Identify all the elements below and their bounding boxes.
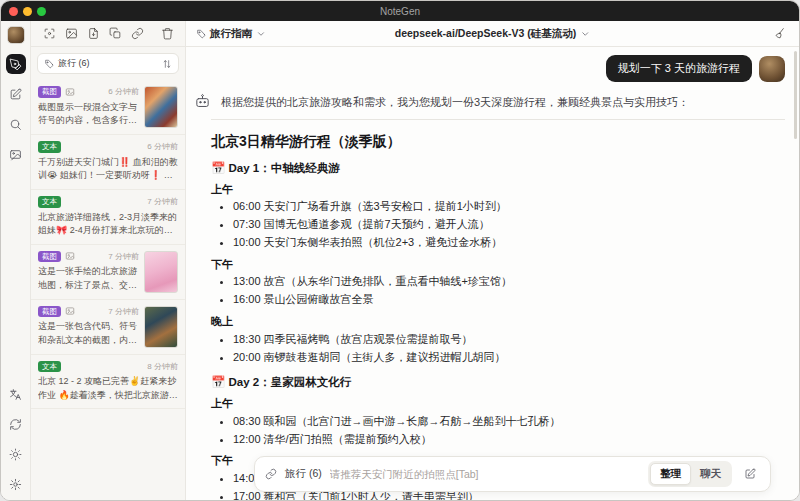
theme-toggle-button[interactable] [6,444,26,464]
list-item[interactable]: 截图7 分钟前这是一张手绘的北京旅游地图，标注了景点、交通方式和门票价格，如天安… [31,245,185,300]
note-thumbnail [144,306,178,348]
note-thumbnail [144,86,178,128]
note-type-badge: 截图 [38,306,61,318]
list-item[interactable]: 文本7 分钟前北京旅游详细路线，2-3月淡季来的姐妹🎀 2-4月份打算来北京玩的… [31,190,185,245]
time-of-day-label: 晚上 [211,314,785,329]
note-type-badge: 截图 [38,251,61,263]
itinerary-item: 10:00 天安门东侧华表拍照（机位2+3，避免过金水桥） [233,235,785,251]
toolbar: 旅行指南 deepseek-ai/DeepSeek-V3 (硅基流动) [31,21,799,47]
note-excerpt: 截图显示一段混合文字与符号的内容，包含多行无序排列的字母、数字和符... [38,101,139,128]
chat-input[interactable] [330,468,640,480]
note-timestamp: 7 分钟前 [108,306,139,317]
copy-clipboard-button[interactable] [105,24,125,44]
gallery-button[interactable] [6,144,26,164]
sync-button[interactable] [6,414,26,434]
screenshot-icon [43,27,56,40]
note-toolbar [31,21,186,46]
insert-link-button[interactable] [127,24,147,44]
settings-button[interactable] [6,474,26,494]
record-mode-button[interactable] [6,54,26,74]
itinerary-item: 13:00 故宫（从东华门进免排队，重点看中轴线+珍宝馆） [233,274,785,290]
notes-sidebar: 旅行 (6) 截图6 分钟前截图显示一段混合文字与符号的内容，包含多行无序排列的… [31,47,186,500]
organize-mode-button[interactable]: 整理 [650,463,691,485]
note-type-badge: 截图 [38,86,61,98]
itinerary-list: 13:00 故宫（从东华门进免排队，重点看中轴线+珍宝馆）16:00 景山公园俯… [211,274,785,308]
screenshot-capture-button[interactable] [39,24,59,44]
mode-segmented-control: 整理 聊天 [648,461,732,487]
link-icon [131,27,144,40]
note-timestamp: 7 分钟前 [147,196,178,207]
note-tag-dropdown[interactable]: 旅行指南 [196,27,266,41]
assistant-intro-text: 根据您提供的北京旅游攻略和需求，我为您规划一份3天深度游行程，兼顾经典景点与实用… [221,92,689,111]
link-icon [265,468,277,480]
chat-composer: 旅行 (6) 整理 聊天 [254,456,771,492]
itinerary-item: 20:00 南锣鼓巷逛胡同（主街人多，建议拐进帽儿胡同） [233,350,785,366]
chevron-down-icon [256,29,266,39]
itinerary-item: 16:00 景山公园俯瞰故宫全景 [233,292,785,308]
note-timestamp: 7 分钟前 [108,251,139,262]
chat-toolbar: 旅行指南 deepseek-ai/DeepSeek-V3 (硅基流动) [186,21,799,46]
day-heading: 📅 Day 2：皇家园林文化行 [211,375,785,390]
itinerary-document: 北京3日精华游行程（淡季版） 📅 Day 1：中轴线经典游上午06:00 天安门… [211,119,785,501]
itinerary-item: 07:30 国博无包通道参观（提前7天预约，避开人流） [233,217,785,233]
translate-button[interactable] [6,384,26,404]
divider [211,119,785,120]
copy-icon [109,27,122,40]
user-avatar[interactable] [759,56,785,82]
note-timestamp: 6 分钟前 [108,86,139,97]
broom-icon [773,27,786,40]
itinerary-list: 06:00 天安门广场看升旗（选3号安检口，提前1小时到）07:30 国博无包通… [211,199,785,251]
note-type-badge: 文本 [38,141,61,153]
gallery-icon [9,148,22,161]
image-mini-icon [65,306,75,316]
scrollbar-thumb[interactable] [794,51,797,139]
composer-tag-label: 旅行 (6) [285,467,322,481]
bot-icon [194,93,211,110]
sort-icon[interactable] [162,59,172,69]
write-mode-button[interactable] [6,84,26,104]
itinerary-list: 08:30 颐和园（北宫门进→画中游→长廊→石舫→坐船到十七孔桥）12:00 清… [211,414,785,448]
search-button[interactable] [6,114,26,134]
window-titlebar: NoteGen [1,1,799,21]
compose-icon [744,468,756,480]
note-excerpt: 北京旅游详细路线，2-3月淡季来的姐妹🎀 2-4月份打算来北京玩的宝子 不用再翻… [38,211,178,238]
note-type-badge: 文本 [38,361,61,373]
itinerary-item: 18:30 四季民福烤鸭（故宫店观景位需提前取号） [233,332,785,348]
note-excerpt: 这是一张手绘的北京旅游地图，标注了景点、交通方式和门票价格，如天安... [38,265,139,292]
new-chat-button[interactable] [740,464,760,484]
delete-note-button[interactable] [157,24,177,44]
note-excerpt: 千万别进天安门城门‼️ 血和泪的教训😭 姐妹们！一定要听劝呀❗ 除非是预约了参观… [38,156,178,183]
assistant-message-row: 根据您提供的北京旅游攻略和需求，我为您规划一份3天深度游行程，兼顾经典景点与实用… [194,92,785,111]
model-selector[interactable]: deepseek-ai/DeepSeek-V3 (硅基流动) [395,27,590,41]
clear-chat-button[interactable] [769,24,789,44]
window-title: NoteGen [1,6,799,17]
list-item[interactable]: 文本6 分钟前千万别进天安门城门‼️ 血和泪的教训😭 姐妹们！一定要听劝呀❗ 除… [31,135,185,190]
left-rail [1,21,31,500]
image-icon [65,27,78,40]
compose-icon [9,88,22,101]
insert-file-button[interactable] [83,24,103,44]
image-mini-icon [65,87,75,97]
list-item[interactable]: 截图6 分钟前截图显示一段混合文字与符号的内容，包含多行无序排列的字母、数字和符… [31,80,185,135]
note-thumbnail [144,251,178,293]
insert-image-button[interactable] [61,24,81,44]
tag-icon [44,59,54,69]
gear-icon [9,478,22,491]
image-mini-icon [65,251,75,261]
note-list: 截图6 分钟前截图显示一段混合文字与符号的内容，包含多行无序排列的字母、数字和符… [31,80,185,500]
user-message-row: 规划一下 3 天的旅游行程 [194,55,785,82]
document-sections: 📅 Day 1：中轴线经典游上午06:00 天安门广场看升旗（选3号安检口，提前… [211,161,785,501]
note-timestamp: 6 分钟前 [147,141,178,152]
itinerary-item: 08:30 颐和园（北宫门进→画中游→长廊→石舫→坐船到十七孔桥） [233,414,785,430]
list-item[interactable]: 文本8 分钟前北京 12 - 2 攻略已完善✌️赶紧来抄作业 🔥趁着淡季，快把北… [31,355,185,410]
itinerary-item: 12:00 清华/西门拍照（需提前预约入校） [233,432,785,448]
sun-icon [9,448,22,461]
list-item[interactable]: 截图7 分钟前这是一张包含代码、符号和杂乱文本的截图，内容难以辨识，似乎涉及技术… [31,300,185,355]
translate-icon [9,388,22,401]
tag-filter-dropdown[interactable]: 旅行 (6) [37,53,179,74]
note-excerpt: 这是一张包含代码、符号和杂乱文本的截图，内容难以辨识，似乎涉及技术... [38,320,139,347]
file-icon [87,27,100,40]
user-avatar[interactable] [7,26,25,44]
chat-mode-button[interactable]: 聊天 [691,463,730,485]
time-of-day-label: 上午 [211,396,785,411]
